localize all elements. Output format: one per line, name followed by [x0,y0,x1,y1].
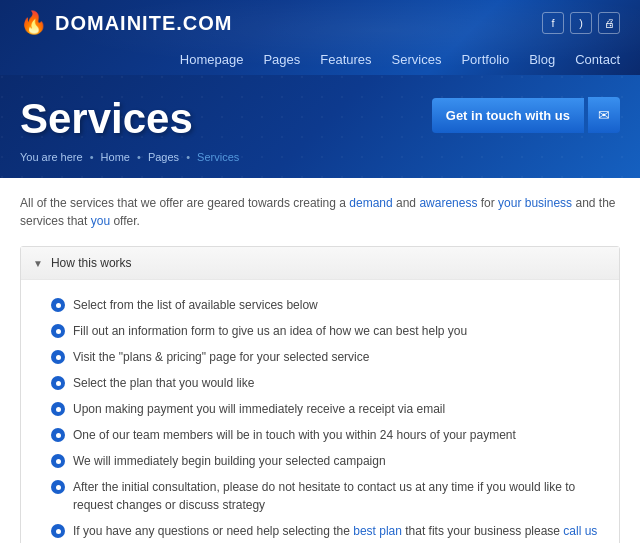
list-item-text: One of our team members will be in touch… [73,426,516,444]
nav-portfolio[interactable]: Portfolio [461,52,509,67]
intro-highlight-demand: demand [349,196,392,210]
list-bullet-icon [51,454,65,468]
call-us-highlight: call us [563,524,597,538]
site-header: 🔥 DOMAINITE.COM f ) 🖨 Homepage Pages Fea… [0,0,640,75]
hero-section: Services Get in touch with us ✉ You are … [0,75,640,178]
accordion-how-this-works: ▼ How this works Select from the list of… [20,246,620,543]
nav-services[interactable]: Services [392,52,442,67]
accordion-label-how-this-works: How this works [51,256,132,270]
nav-contact[interactable]: Contact [575,52,620,67]
main-content: All of the services that we offer are ge… [0,178,640,543]
list-bullet-icon [51,298,65,312]
get-in-touch-container: Get in touch with us ✉ [432,97,620,133]
print-icon[interactable]: 🖨 [598,12,620,34]
list-item: After the initial consultation, please d… [51,474,599,518]
breadcrumb-current: Services [197,151,239,163]
list-item: If you have any questions or need help s… [51,518,599,543]
intro-highlight-you: you [91,214,110,228]
list-item-text: Fill out an information form to give us … [73,322,467,340]
accordion-arrow-how-this-works: ▼ [33,258,43,269]
main-nav: Homepage Pages Features Services Portfol… [20,44,620,75]
list-item: One of our team members will be in touch… [51,422,599,448]
intro-highlight-business: your business [498,196,572,210]
list-bullet-icon [51,402,65,416]
rss-icon[interactable]: ) [570,12,592,34]
get-in-touch-button[interactable]: Get in touch with us [432,98,584,133]
list-item-text: We will immediately begin building your … [73,452,386,470]
logo-area: 🔥 DOMAINITE.COM [20,10,232,36]
list-item: Visit the "plans & pricing" page for you… [51,344,599,370]
list-item: Select from the list of available servic… [51,292,599,318]
list-item-text: If you have any questions or need help s… [73,522,599,543]
intro-paragraph: All of the services that we offer are ge… [20,194,620,230]
breadcrumb-label: You are here [20,151,83,163]
list-item-text: Select the plan that you would like [73,374,254,392]
logo-flame-icon: 🔥 [20,10,47,36]
nav-pages[interactable]: Pages [263,52,300,67]
best-plan-highlight: best plan [353,524,402,538]
mail-button[interactable]: ✉ [588,97,620,133]
breadcrumb-pages[interactable]: Pages [148,151,179,163]
list-item: We will immediately begin building your … [51,448,599,474]
list-bullet-icon [51,480,65,494]
list-bullet-icon [51,324,65,338]
nav-blog[interactable]: Blog [529,52,555,67]
list-item-text: Select from the list of available servic… [73,296,318,314]
intro-highlight-awareness: awareness [419,196,477,210]
header-top: 🔥 DOMAINITE.COM f ) 🖨 [20,10,620,36]
site-logo[interactable]: DOMAINITE.COM [55,12,232,35]
breadcrumb-home[interactable]: Home [101,151,130,163]
accordion-header-how-this-works[interactable]: ▼ How this works [21,247,619,279]
list-item: Select the plan that you would like [51,370,599,396]
social-icons-bar: f ) 🖨 [542,12,620,34]
list-item: Fill out an information form to give us … [51,318,599,344]
nav-homepage[interactable]: Homepage [180,52,244,67]
list-item-text: Visit the "plans & pricing" page for you… [73,348,369,366]
list-bullet-icon [51,428,65,442]
list-bullet-icon [51,376,65,390]
list-item-text: Upon making payment you will immediately… [73,400,445,418]
how-this-works-list: Select from the list of available servic… [51,292,599,543]
accordion-body-how-this-works: Select from the list of available servic… [21,279,619,543]
breadcrumb: You are here • Home • Pages • Services [20,151,620,163]
list-item: Upon making payment you will immediately… [51,396,599,422]
facebook-icon[interactable]: f [542,12,564,34]
nav-features[interactable]: Features [320,52,371,67]
list-bullet-icon [51,524,65,538]
list-bullet-icon [51,350,65,364]
list-item-text: After the initial consultation, please d… [73,478,599,514]
